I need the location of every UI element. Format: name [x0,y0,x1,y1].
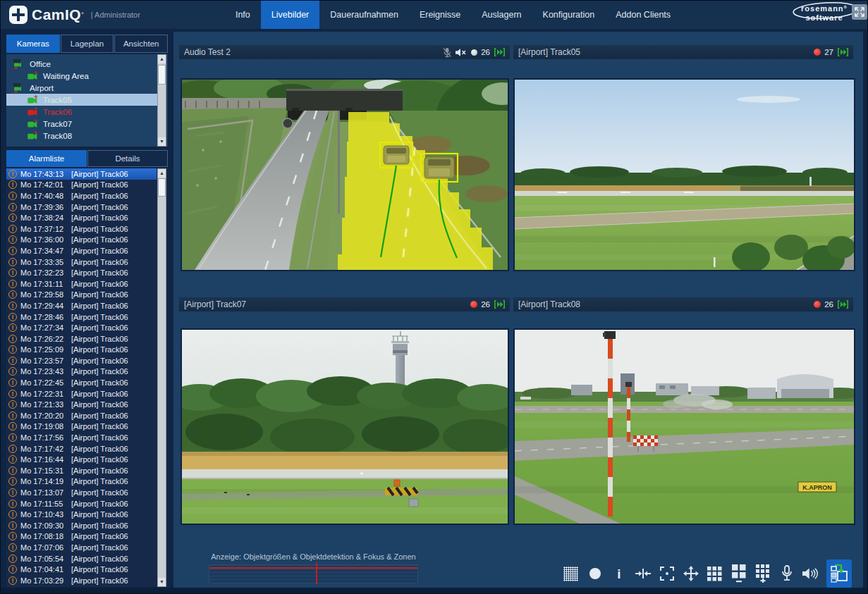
alarm-list-item[interactable]: ! Mo 17:39:36 [Airport] Track06 [6,202,157,213]
camera-tree-item[interactable]: Airport [6,82,157,94]
alarm-list-item[interactable]: ! Mo 17:42:01 [Airport] Track06 [6,180,157,191]
audio-muted-icon[interactable] [456,49,467,56]
alarm-list-item[interactable]: ! Mo 17:31:11 [Airport] Track06 [6,278,157,290]
video-feed-audio-test[interactable] [181,78,509,271]
alarm-icon: ! [8,510,17,519]
fullscreen-icon[interactable] [852,4,867,20]
grid-icon[interactable] [563,564,579,583]
alarm-list-item[interactable]: ! Mo 17:05:54 [Airport] Track06 [6,553,157,564]
scroll-down-icon[interactable]: ▼ [158,137,166,146]
alarm-icon: ! [8,500,17,508]
alarm-list-item[interactable]: ! Mo 17:15:31 [Airport] Track06 [6,465,157,476]
timeline-cursor[interactable] [316,562,317,584]
camera-label: Office [30,60,51,68]
alarm-list-item[interactable]: ! Mo 17:26:22 [Airport] Track06 [6,333,157,345]
collapse-width-icon[interactable] [635,564,651,583]
tree-scrollbar[interactable]: ▲ ▼ [157,54,166,147]
alarm-list-item[interactable]: ! Mo 17:21:33 [Airport] Track06 [6,399,157,410]
nav-item[interactable]: Addon Clients [605,1,681,29]
layout-grid-minus-icon[interactable] [731,564,747,583]
video-feed-track08[interactable]: K.APRON [513,328,855,525]
alarm-list-item[interactable]: ! Mo 17:38:24 [Airport] Track06 [6,212,157,223]
alarm-icon: ! [8,302,17,310]
nav-item[interactable]: Auslagern [471,1,532,29]
camera-tree-item[interactable]: Track05 [6,94,157,106]
sidebar-tab[interactable]: Lageplan [61,35,114,53]
alarm-list-item[interactable]: ! Mo 17:32:23 [Airport] Track06 [6,267,157,278]
alarm-list-item[interactable]: ! Mo 17:29:58 [Airport] Track06 [6,290,157,301]
nav-item[interactable]: Info [225,1,261,29]
camera-icon [27,131,38,141]
alarm-list-item[interactable]: ! Mo 17:40:48 [Airport] Track06 [6,190,157,202]
alarm-list-item[interactable]: ! Mo 17:20:20 [Airport] Track06 [6,410,157,421]
camera-tree-item[interactable]: Waiting Area [6,70,157,82]
alarm-time: Mo 17:16:44 [20,455,71,464]
microphone-icon[interactable] [778,564,795,583]
sidebar-tab[interactable]: Kameras [6,35,60,53]
alarm-list-item[interactable]: ! Mo 17:03:29 [Airport] Track06 [6,575,157,586]
alarm-list-item[interactable]: ! Mo 17:23:43 [Airport] Track06 [6,366,157,378]
alarm-list-item[interactable]: ! Mo 17:37:12 [Airport] Track06 [6,223,157,235]
alarm-list-item[interactable]: ! Mo 17:04:41 [Airport] Track06 [6,564,157,575]
alarm-camera: [Airport] Track06 [71,335,157,343]
alarm-list-item[interactable]: ! Mo 17:22:31 [Airport] Track06 [6,388,157,400]
nav-item[interactable]: Konfiguration [532,1,606,29]
scroll-up-icon[interactable]: ▲ [158,169,166,178]
alarm-list-item[interactable]: ! Mo 17:23:57 [Airport] Track06 [6,355,157,366]
scrollbar-thumb[interactable] [158,65,166,85]
alarm-list-item[interactable]: ! Mo 17:09:30 [Airport] Track06 [6,520,157,531]
sidebar-tab[interactable]: Ansichten [114,35,168,53]
alarm-list-item[interactable]: ! Mo 17:17:56 [Airport] Track06 [6,432,157,443]
audio-timeline[interactable] [209,564,418,583]
camera-tree-item[interactable]: Track06 [6,106,157,118]
alarm-time: Mo 17:13:07 [20,488,71,497]
sidebar-tab[interactable]: Details [87,150,168,167]
alarm-list-item[interactable]: ! Mo 17:10:43 [Airport] Track06 [6,509,157,520]
alarm-list-item[interactable]: ! Mo 17:11:55 [Airport] Track06 [6,498,157,509]
video-feed-track05[interactable] [513,78,855,271]
alarm-list-item[interactable]: ! Mo 17:34:47 [Airport] Track06 [6,245,157,256]
record-icon[interactable] [587,564,603,583]
screen-switch-button[interactable] [826,559,852,588]
alarm-list-item[interactable]: ! Mo 17:19:08 [Airport] Track06 [6,421,157,433]
alarm-list-item[interactable]: ! Mo 17:36:00 [Airport] Track06 [6,235,157,246]
alarm-list-item[interactable]: ! Mo 17:14:19 [Airport] Track06 [6,476,157,488]
camera-tree-item[interactable]: Track07 [6,118,157,130]
camera-tree-item[interactable]: Office [6,58,157,70]
scroll-down-icon[interactable]: ▼ [158,578,166,586]
video-feed-track07[interactable] [181,328,509,525]
sidebar-tab[interactable]: Alarmliste [6,150,87,167]
microphone-muted-icon[interactable] [443,47,451,58]
scroll-up-icon[interactable]: ▲ [158,55,166,63]
alarm-list-item[interactable]: ! Mo 17:29:44 [Airport] Track06 [6,300,157,311]
alarm-scrollbar[interactable]: ▲ ▼ [157,168,166,587]
alarm-list-item[interactable]: ! Mo 17:17:42 [Airport] Track06 [6,443,157,454]
alarm-list-item[interactable]: ! Mo 17:25:09 [Airport] Track06 [6,345,157,356]
alarm-list-item[interactable]: ! Mo 17:33:35 [Airport] Track06 [6,256,157,268]
alarm-time: Mo 17:37:12 [20,225,71,233]
scrollbar-thumb[interactable] [158,178,166,197]
alarm-list-item[interactable]: ! Mo 17:43:13 [Airport] Track06 [6,168,157,180]
nav-item[interactable]: Daueraufnahmen [319,1,409,29]
info-icon[interactable]: i [611,564,627,583]
alarm-list-item[interactable]: ! Mo 17:16:44 [Airport] Track06 [6,454,157,465]
layout-grid-plus-icon[interactable] [754,564,771,583]
alarm-list-item[interactable]: ! Mo 17:08:18 [Airport] Track06 [6,531,157,543]
alarm-list-item[interactable]: ! Mo 17:28:46 [Airport] Track06 [6,311,157,323]
alarm-list-item[interactable]: ! Mo 17:07:06 [Airport] Track06 [6,542,157,553]
pan-icon[interactable] [683,564,699,583]
nav-item[interactable]: Livebilder [261,1,320,29]
alarm-list-item[interactable]: ! Mo 17:13:07 [Airport] Track06 [6,487,157,498]
focus-icon[interactable] [659,564,675,583]
stream-play-icon[interactable] [838,48,848,56]
panel-header-track07: [Airport] Track07 26 [179,297,510,311]
stream-play-icon[interactable] [838,300,848,309]
layout-grid-9-icon[interactable] [707,564,723,583]
stream-play-icon[interactable] [494,48,505,56]
nav-item[interactable]: Ereignisse [409,1,471,29]
alarm-list-item[interactable]: ! Mo 17:27:34 [Airport] Track06 [6,322,157,333]
camera-tree-item[interactable]: Track08 [6,130,157,142]
speaker-icon[interactable] [802,564,819,583]
alarm-list-item[interactable]: ! Mo 17:22:45 [Airport] Track06 [6,377,157,388]
stream-play-icon[interactable] [494,300,505,309]
